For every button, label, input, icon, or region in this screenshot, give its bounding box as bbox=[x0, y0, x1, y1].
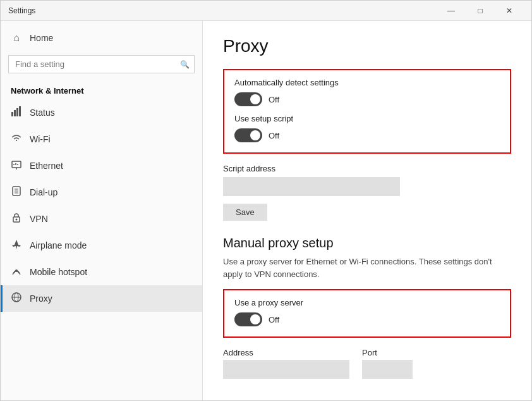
script-address-label: Script address bbox=[223, 164, 511, 173]
svg-rect-3 bbox=[19, 106, 21, 116]
address-col: Address bbox=[223, 348, 349, 379]
sidebar-item-label-status: Status bbox=[30, 108, 55, 118]
search-input[interactable] bbox=[8, 55, 195, 73]
sidebar-item-label-vpn: VPN bbox=[30, 214, 48, 224]
sidebar-item-wifi[interactable]: Wi-Fi bbox=[1, 126, 202, 152]
sidebar-item-proxy[interactable]: Proxy bbox=[1, 285, 202, 312]
titlebar: Settings — □ ✕ bbox=[1, 1, 531, 21]
sidebar-item-home[interactable]: ⌂ Home bbox=[1, 26, 202, 50]
hotspot-icon bbox=[11, 265, 22, 279]
sidebar-item-ethernet[interactable]: Ethernet bbox=[1, 152, 202, 179]
port-col: Port bbox=[362, 348, 413, 379]
automatic-proxy-section: Automatically detect settings Off Use se… bbox=[223, 69, 511, 154]
svg-rect-1 bbox=[14, 110, 16, 116]
window-controls: — □ ✕ bbox=[437, 1, 524, 21]
save-button[interactable]: Save bbox=[223, 204, 267, 221]
svg-rect-0 bbox=[11, 112, 13, 116]
svg-rect-2 bbox=[16, 108, 18, 116]
proxy-icon bbox=[11, 292, 22, 305]
port-label: Port bbox=[362, 348, 413, 357]
proxy-server-label: Use a proxy server bbox=[234, 298, 500, 307]
setup-script-state: Off bbox=[269, 131, 279, 140]
sidebar-category: Network & Internet bbox=[1, 81, 202, 99]
window-title: Settings bbox=[8, 6, 35, 15]
sidebar: ⌂ Home 🔍 Network & Internet Status Wi-Fi bbox=[1, 21, 203, 400]
ethernet-icon bbox=[11, 159, 22, 173]
sidebar-item-status[interactable]: Status bbox=[1, 99, 202, 126]
proxy-server-toggle[interactable] bbox=[234, 312, 262, 326]
main-content: Proxy Automatically detect settings Off … bbox=[203, 21, 531, 400]
sidebar-item-airplane[interactable]: Airplane mode bbox=[1, 232, 202, 259]
sidebar-item-dialup[interactable]: Dial-up bbox=[1, 179, 202, 206]
close-button[interactable]: ✕ bbox=[495, 1, 524, 21]
sidebar-item-label-dialup: Dial-up bbox=[30, 187, 57, 197]
auto-detect-toggle-row: Off bbox=[234, 92, 500, 106]
setup-script-toggle[interactable] bbox=[234, 128, 262, 142]
sidebar-item-label-airplane: Airplane mode bbox=[30, 240, 87, 250]
dialup-icon bbox=[11, 185, 22, 199]
address-input[interactable] bbox=[223, 360, 349, 379]
auto-detect-label: Automatically detect settings bbox=[234, 78, 500, 87]
page-title: Proxy bbox=[223, 36, 511, 56]
sidebar-item-vpn[interactable]: VPN bbox=[1, 206, 202, 232]
setup-script-knob bbox=[250, 130, 260, 140]
address-label: Address bbox=[223, 348, 349, 357]
script-address-input[interactable] bbox=[223, 177, 400, 196]
svg-point-14 bbox=[16, 219, 18, 221]
auto-detect-state: Off bbox=[269, 95, 279, 104]
setup-script-toggle-row: Off bbox=[234, 128, 500, 142]
auto-detect-knob bbox=[250, 94, 260, 104]
wifi-icon bbox=[11, 132, 22, 146]
sidebar-item-hotspot[interactable]: Mobile hotspot bbox=[1, 259, 202, 285]
proxy-server-section: Use a proxy server Off bbox=[223, 289, 511, 338]
status-icon bbox=[11, 106, 22, 120]
home-icon: ⌂ bbox=[11, 32, 22, 44]
sidebar-item-label-wifi: Wi-Fi bbox=[30, 134, 51, 144]
proxy-server-knob bbox=[250, 314, 260, 324]
sidebar-search: 🔍 bbox=[8, 55, 195, 73]
proxy-server-toggle-row: Off bbox=[234, 312, 500, 326]
search-icon: 🔍 bbox=[180, 60, 190, 69]
svg-rect-4 bbox=[12, 161, 21, 168]
home-label: Home bbox=[30, 33, 53, 43]
sidebar-item-label-hotspot: Mobile hotspot bbox=[30, 267, 87, 277]
setup-script-label: Use setup script bbox=[234, 114, 500, 123]
auto-detect-toggle[interactable] bbox=[234, 92, 262, 106]
sidebar-item-label-proxy: Proxy bbox=[30, 293, 52, 304]
maximize-button[interactable]: □ bbox=[466, 1, 495, 21]
minimize-button[interactable]: — bbox=[437, 1, 466, 21]
airplane-icon bbox=[11, 238, 22, 252]
proxy-server-state: Off bbox=[269, 315, 279, 324]
content-area: ⌂ Home 🔍 Network & Internet Status Wi-Fi bbox=[1, 21, 531, 400]
address-port-row: Address Port bbox=[223, 348, 511, 379]
vpn-icon bbox=[11, 212, 22, 226]
manual-proxy-heading: Manual proxy setup bbox=[223, 236, 511, 250]
manual-proxy-description: Use a proxy server for Ethernet or Wi-Fi… bbox=[223, 256, 511, 280]
settings-window: Settings — □ ✕ ⌂ Home 🔍 Network & Intern… bbox=[0, 0, 532, 401]
port-input[interactable] bbox=[362, 360, 413, 379]
sidebar-item-label-ethernet: Ethernet bbox=[30, 161, 63, 171]
